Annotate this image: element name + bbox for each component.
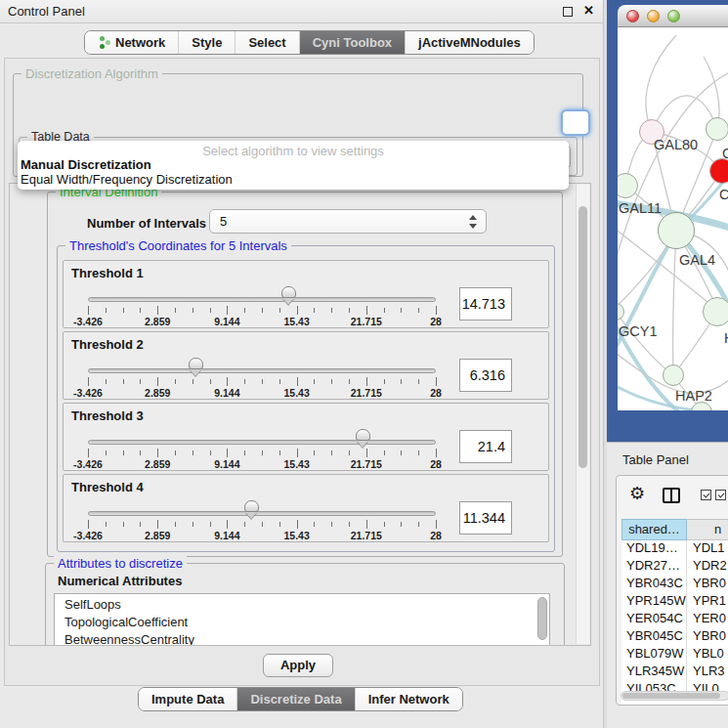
control-panel-titlebar: Control Panel [0, 0, 604, 23]
tab-cyni-toolbox[interactable]: Cyni Toolbox [300, 31, 406, 54]
tick-mark [366, 377, 367, 386]
tick-mark [279, 308, 280, 313]
cell-shared-name[interactable]: YPR145W [621, 593, 687, 611]
cell-shared-name[interactable]: YDR27… [621, 558, 687, 576]
tick-mark [175, 450, 176, 455]
node-h-partial[interactable] [703, 297, 728, 326]
close-window-icon[interactable] [626, 10, 639, 22]
tick-mark [314, 450, 315, 455]
threshold-value-field[interactable]: 21.4 [459, 430, 512, 463]
tick-mark [418, 450, 419, 455]
slider-track[interactable] [88, 368, 436, 373]
tick-label: -3.426 [73, 387, 103, 399]
attribute-list-scrollbar[interactable] [537, 597, 547, 640]
table-row[interactable]: YBL079WYBL0 [621, 646, 728, 664]
threshold-value-field[interactable]: 11.344 [459, 501, 512, 535]
cell-name[interactable]: YER0 [687, 611, 728, 628]
table-row[interactable]: YLR345WYLR3 [621, 664, 728, 681]
table-horizontal-scrollbar[interactable] [621, 691, 728, 701]
slider-track[interactable] [88, 440, 436, 445]
cell-name[interactable]: YBR0 [687, 628, 728, 646]
table-row[interactable]: YBR045CYBR0 [621, 628, 728, 646]
spinner-arrows-icon[interactable] [469, 215, 477, 229]
threshold-value-field[interactable]: 14.713 [459, 287, 512, 321]
cell-shared-name[interactable]: YLR345W [621, 664, 687, 681]
gear-icon[interactable] [629, 483, 645, 504]
threshold-panel: Threshold 3 -3.4262.8599.14415.4321.7152… [63, 403, 549, 471]
scrollbar-thumb[interactable] [622, 693, 720, 699]
node-g-partial[interactable] [706, 117, 728, 141]
table-row[interactable]: YBR043CYBR0 [621, 576, 728, 593]
node-label-h-partial: H [724, 330, 728, 346]
network-canvas[interactable]: GAL80GCGAL11GAL4GCY1HHAP2 [618, 27, 728, 410]
cell-name[interactable]: YBL0 [687, 646, 728, 664]
float-window-icon[interactable] [563, 7, 573, 17]
tick-mark [384, 379, 385, 384]
table-row[interactable]: YDL19…YDL1 [621, 540, 728, 558]
cell-name[interactable]: YPR1 [687, 593, 728, 611]
cell-shared-name[interactable]: YER054C [621, 611, 687, 628]
slider-track[interactable] [88, 297, 436, 302]
slider-thumb[interactable] [281, 286, 296, 306]
dropdown-option-manual-discretization[interactable]: Manual Discretization [18, 157, 569, 172]
tab-discretize-data[interactable]: Discretize Data [237, 688, 355, 710]
tick-mark [418, 379, 419, 384]
tick-label: 2.859 [145, 316, 170, 327]
tab-select[interactable]: Select [236, 31, 299, 54]
tick-mark [140, 308, 141, 313]
attribute-item[interactable]: SelfLoops [55, 596, 549, 614]
attribute-item[interactable]: TopologicalCoefficient [55, 614, 549, 631]
tick-label: 21.715 [351, 458, 382, 470]
node-gal4[interactable] [658, 212, 695, 249]
cell-shared-name[interactable]: YBR045C [621, 628, 687, 646]
cell-shared-name[interactable]: YBR043C [621, 576, 687, 593]
cell-name[interactable]: YDR2 [687, 558, 728, 576]
threshold-value-field[interactable]: 6.316 [459, 359, 512, 392]
cell-shared-name[interactable]: YDL19… [621, 540, 687, 558]
tab-jactivemnodules[interactable]: jActiveMNodules [406, 31, 534, 54]
checkbox-icon[interactable] [715, 490, 726, 500]
column-header-shared-name[interactable]: shared… [621, 519, 687, 540]
dropdown-option-equal-width-frequency[interactable]: Equal Width/Frequency Discretization [18, 172, 569, 187]
checkbox-icon[interactable] [701, 490, 711, 500]
cell-name[interactable]: YDL1 [687, 540, 728, 558]
slider-thumb[interactable] [189, 358, 203, 377]
cell-name[interactable]: YLR3 [687, 664, 728, 681]
tick-mark [157, 377, 158, 386]
table-row[interactable]: YPR145WYPR1 [621, 593, 728, 611]
tick-mark [262, 522, 263, 527]
close-icon[interactable] [583, 3, 594, 18]
column-header-name[interactable]: n [687, 519, 728, 540]
algorithm-combobox-fragment[interactable] [561, 109, 590, 136]
tab-network[interactable]: Network [85, 31, 179, 54]
cell-name[interactable]: YBR0 [687, 576, 728, 593]
node-red-node[interactable] [709, 158, 728, 184]
slider-track[interactable] [88, 511, 436, 516]
tick-mark [384, 450, 385, 455]
table-row[interactable]: YDR27…YDR2 [621, 558, 728, 576]
tick-mark [384, 522, 385, 527]
tab-style[interactable]: Style [179, 31, 236, 54]
tick-mark [175, 379, 176, 384]
scrollbar-thumb[interactable] [578, 206, 587, 468]
tab-impute-data[interactable]: Impute Data [139, 688, 237, 710]
zoom-window-icon[interactable] [667, 10, 680, 22]
slider-thumb[interactable] [244, 500, 259, 520]
table-row[interactable]: YER054CYER0 [621, 611, 728, 628]
minimize-window-icon[interactable] [647, 10, 660, 22]
apply-button[interactable]: Apply [263, 654, 333, 677]
cell-shared-name[interactable]: YBL079W [621, 646, 687, 664]
panel-vertical-scrollbar[interactable] [576, 185, 589, 644]
tick-mark [418, 308, 419, 313]
tick-mark [175, 522, 176, 527]
node-hap2[interactable] [663, 364, 684, 386]
columns-icon[interactable] [663, 488, 680, 503]
number-of-intervals-combobox[interactable]: 5 [209, 209, 487, 234]
table-body: YDL19…YDL1YDR27…YDR2YBR043CYBR0YPR145WYP… [621, 540, 728, 705]
tick-mark [193, 379, 193, 384]
attribute-item[interactable]: BetweennessCentrality [55, 631, 549, 646]
slider-thumb[interactable] [356, 429, 370, 449]
numerical-attributes-list[interactable]: SelfLoopsTopologicalCoefficientBetweenne… [54, 593, 550, 646]
tab-label: Network [115, 35, 165, 50]
tab-infer-network[interactable]: Infer Network [356, 688, 462, 710]
